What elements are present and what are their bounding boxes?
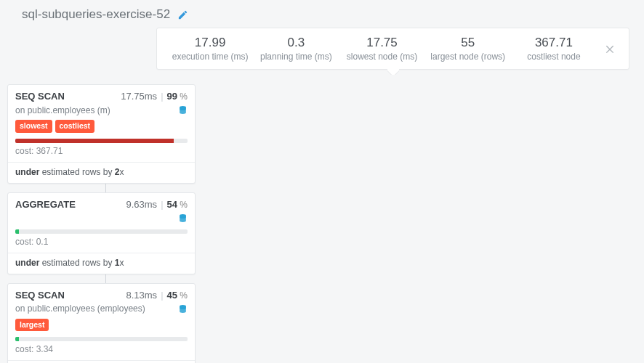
stat-cell[interactable]: 367.71costliest node [511, 36, 597, 62]
stat-label: execution time (ms) [167, 52, 253, 62]
plan-tree: SEQ SCAN17.75ms|99 %on public.employees … [0, 84, 644, 363]
tag-badge: slowest [15, 120, 52, 133]
stat-label: planning time (ms) [253, 52, 339, 62]
node-estimate: under estimated rows by 1x [8, 253, 195, 274]
tree-connector [105, 184, 106, 192]
stat-label: slowest node (ms) [339, 52, 424, 62]
node-time: 8.13ms [126, 290, 157, 301]
node-time: 17.75ms [121, 91, 157, 102]
node-header: SEQ SCAN17.75ms|99 % [8, 85, 195, 105]
plan-node[interactable]: AGGREGATE9.63ms|54 %cost: 0.1under estim… [7, 192, 196, 274]
node-title: SEQ SCAN [15, 91, 121, 102]
node-title: AGGREGATE [15, 199, 126, 210]
stat-cell[interactable]: 17.99execution time (ms) [167, 36, 253, 62]
database-icon[interactable] [178, 105, 188, 115]
stat-value: 0.3 [253, 36, 339, 50]
stat-value: 17.99 [167, 36, 253, 50]
node-time: 9.63ms [126, 199, 157, 210]
stat-value: 17.75 [339, 36, 424, 50]
node-tags: largest [8, 319, 195, 336]
tag-badge: costliest [55, 120, 95, 133]
stat-value: 55 [425, 36, 511, 50]
node-cost-bar [15, 337, 188, 341]
stats-pointer [387, 69, 399, 75]
tree-connector [105, 274, 106, 283]
node-header: SEQ SCAN8.13ms|45 % [8, 284, 195, 303]
node-subrow: on public.employees (employees) [8, 303, 195, 319]
node-cost: cost: 3.34 [8, 344, 195, 359]
node-title: SEQ SCAN [15, 290, 126, 301]
node-cost: cost: 367.71 [8, 146, 195, 160]
stat-cell[interactable]: 55largest node (rows) [425, 36, 511, 62]
edit-icon[interactable] [177, 9, 188, 20]
node-cost-bar [15, 229, 188, 234]
stat-cell[interactable]: 17.75slowest node (ms) [339, 36, 424, 62]
plan-node[interactable]: SEQ SCAN8.13ms|45 %on public.employees (… [7, 283, 196, 363]
node-subrow: on public.employees (m) [8, 105, 195, 120]
node-estimate: under estimated rows by 2x [8, 163, 195, 183]
node-subrow [8, 213, 195, 228]
tag-badge: largest [15, 319, 49, 332]
database-icon[interactable] [178, 213, 188, 224]
plan-stats-bar: 17.99execution time (ms)0.3planning time… [156, 28, 629, 70]
database-icon[interactable] [178, 303, 188, 314]
stat-value: 367.71 [511, 36, 597, 50]
node-header: AGGREGATE9.63ms|54 % [8, 193, 195, 213]
stat-cell[interactable]: 0.3planning time (ms) [253, 36, 339, 62]
page-title-row: sql-subqueries-exercise-52 [0, 0, 644, 28]
node-percent: 99 % [167, 91, 188, 102]
stat-label: costliest node [511, 52, 597, 62]
plan-node[interactable]: SEQ SCAN17.75ms|99 %on public.employees … [7, 84, 196, 184]
node-tags: slowestcostliest [8, 120, 195, 137]
stat-label: largest node (rows) [425, 52, 511, 62]
node-percent: 54 % [167, 199, 188, 210]
node-relation: on public.employees (m) [15, 105, 178, 115]
node-relation: on public.employees (employees) [15, 303, 178, 314]
node-cost-bar [15, 139, 188, 143]
node-cost: cost: 0.1 [8, 237, 195, 251]
node-percent: 45 % [167, 290, 188, 301]
plan-title: sql-subqueries-exercise-52 [22, 7, 170, 22]
close-icon[interactable] [597, 43, 619, 54]
